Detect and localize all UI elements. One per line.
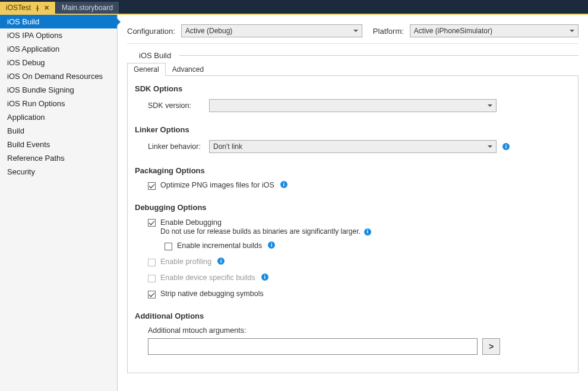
tab-label: iOSTest [6, 4, 31, 12]
platform-value: Active (iPhoneSimulator) [414, 27, 492, 35]
strip-symbols-label: Strip native debugging symbols [160, 290, 264, 298]
info-icon[interactable]: i [364, 228, 371, 236]
sidebar-item-security[interactable]: Security [0, 165, 117, 179]
optimize-png-row: Optimize PNG images files for iOS i [148, 181, 565, 190]
sidebar-item-label: iOS On Demand Resources [7, 72, 103, 81]
section-sdk-options: SDK Options [135, 84, 565, 93]
device-specific-builds-row: Enable device specific builds i [148, 274, 565, 282]
tab-label: Main.storyboard [62, 4, 113, 12]
fieldset-title: iOS Build [127, 51, 173, 60]
platform-label: Platform: [373, 27, 404, 36]
enable-profiling-row: Enable profiling i [148, 258, 565, 266]
strip-symbols-checkbox[interactable] [148, 291, 156, 298]
sidebar-item-ios-application[interactable]: iOS Application [0, 42, 117, 56]
incremental-builds-row: Enable incremental builds i [165, 241, 565, 250]
sidebar-item-label: iOS Debug [7, 58, 45, 67]
sdk-version-label: SDK version: [148, 101, 204, 110]
linker-behavior-select[interactable]: Don't link [209, 140, 497, 153]
section-debugging-options: Debugging Options [135, 203, 565, 212]
pin-icon[interactable] [34, 5, 40, 11]
sidebar-item-label: iOS Run Options [7, 99, 65, 108]
strip-symbols-row: Strip native debugging symbols [148, 290, 565, 298]
optimize-png-checkbox[interactable] [148, 182, 156, 190]
sidebar-item-label: Build Events [7, 140, 50, 149]
sdk-version-row: SDK version: [148, 99, 565, 112]
sidebar-item-label: Application [7, 113, 45, 122]
sidebar-item-label: Security [7, 167, 35, 176]
tab-iostest[interactable]: iOSTest ✕ [0, 2, 55, 14]
configuration-value: Active (Debug) [185, 27, 232, 35]
linker-behavior-value: Don't link [213, 142, 242, 151]
linker-behavior-row: Linker behavior: Don't link i [148, 140, 565, 153]
info-icon[interactable]: i [280, 181, 287, 188]
tab-label: Advanced [172, 65, 204, 74]
sidebar-item-ios-ipa-options[interactable]: iOS IPA Options [0, 28, 117, 42]
content-panel: Configuration: Active (Debug) Platform: … [118, 15, 588, 391]
sidebar-item-ios-debug[interactable]: iOS Debug [0, 56, 117, 69]
close-icon[interactable]: ✕ [44, 4, 49, 12]
device-specific-builds-checkbox [148, 275, 156, 282]
general-panel: SDK Options SDK version: Linker Options … [127, 76, 578, 373]
tab-mainstoryboard[interactable]: Main.storyboard [56, 2, 119, 14]
incremental-builds-label: Enable incremental builds [177, 241, 262, 250]
config-platform-row: Configuration: Active (Debug) Platform: … [127, 21, 578, 44]
sidebar-item-label: iOS Application [7, 44, 59, 53]
sidebar-item-build[interactable]: Build [0, 124, 117, 138]
sidebar-item-ios-run-options[interactable]: iOS Run Options [0, 97, 117, 110]
linker-behavior-label: Linker behavior: [148, 142, 204, 151]
go-button-label: > [489, 342, 494, 351]
optimize-png-label: Optimize PNG images files for iOS [160, 181, 274, 189]
sdk-version-select[interactable] [209, 99, 497, 112]
document-tabs: iOSTest ✕ Main.storyboard [0, 0, 588, 14]
tab-label: General [134, 65, 159, 74]
sidebar-item-reference-paths[interactable]: Reference Paths [0, 151, 117, 165]
incremental-builds-checkbox[interactable] [165, 243, 172, 250]
sidebar-item-label: iOS Build [7, 17, 39, 26]
mtouch-args-row: > [148, 338, 565, 355]
section-linker-options: Linker Options [135, 125, 565, 134]
device-specific-builds-label: Enable device specific builds [160, 274, 255, 282]
mtouch-args-label: Additional mtouch arguments: [148, 326, 565, 335]
sidebar-item-ios-on-demand-resources[interactable]: iOS On Demand Resources [0, 69, 117, 83]
enable-debugging-sublabel: Do not use for release builds as binarie… [160, 227, 361, 237]
enable-debugging-row: Enable Debugging Do not use for release … [148, 218, 565, 237]
enable-profiling-label: Enable profiling [160, 258, 211, 266]
configuration-select[interactable]: Active (Debug) [181, 24, 362, 37]
platform-select[interactable]: Active (iPhoneSimulator) [410, 24, 578, 37]
section-packaging-options: Packaging Options [135, 166, 565, 175]
fieldset-header: iOS Build [127, 51, 578, 60]
sidebar-item-application[interactable]: Application [0, 110, 117, 124]
inner-tabs: General Advanced [127, 62, 578, 76]
mtouch-args-input[interactable] [148, 338, 478, 355]
enable-debugging-checkbox[interactable] [148, 219, 156, 227]
section-additional-options: Additional Options [135, 311, 565, 320]
info-icon[interactable]: i [502, 143, 510, 150]
settings-sidebar: iOS Build iOS IPA Options iOS Applicatio… [0, 15, 118, 391]
info-icon[interactable]: i [217, 258, 225, 265]
sidebar-item-label: Build [7, 126, 24, 135]
sidebar-item-label: iOS IPA Options [7, 31, 62, 40]
info-icon[interactable]: i [261, 274, 268, 281]
sidebar-item-build-events[interactable]: Build Events [0, 138, 117, 151]
enable-profiling-checkbox [148, 259, 156, 266]
configuration-label: Configuration: [127, 27, 175, 36]
tab-advanced[interactable]: Advanced [166, 63, 210, 76]
sidebar-item-ios-build[interactable]: iOS Build [0, 15, 117, 28]
mtouch-go-button[interactable]: > [482, 338, 500, 355]
tab-general[interactable]: General [127, 63, 166, 76]
info-icon[interactable]: i [268, 241, 275, 249]
sidebar-item-label: Reference Paths [7, 154, 65, 163]
sidebar-item-label: iOS Bundle Signing [7, 85, 74, 94]
enable-debugging-label: Enable Debugging [160, 218, 371, 227]
main-area: iOS Build iOS IPA Options iOS Applicatio… [0, 14, 588, 391]
fieldset-divider [179, 55, 578, 56]
sidebar-item-ios-bundle-signing[interactable]: iOS Bundle Signing [0, 83, 117, 97]
